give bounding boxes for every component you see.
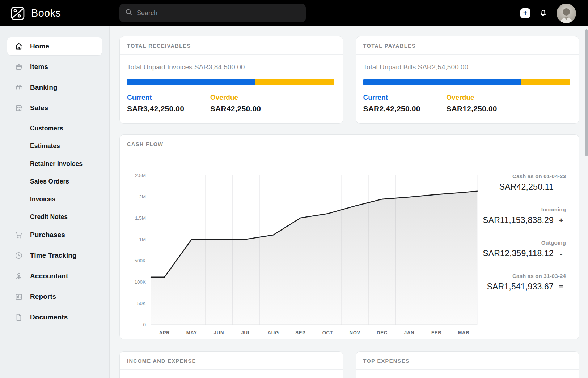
cashflow-summary-row: OutgoingSAR12,359,118.12- [479,240,566,258]
sidebar-item-accountant[interactable]: Accountant [7,267,102,285]
svg-text:MAR: MAR [458,330,469,335]
summary-operator: = [557,283,566,291]
svg-text:1M: 1M [139,237,146,242]
sidebar-subitem-credit-notes[interactable]: Credit Notes [7,208,102,226]
overdue-segment [255,79,334,85]
person-icon [14,272,23,280]
svg-text:SEP: SEP [295,330,305,335]
cashflow-summary-row: Cash as on 01-04-23SAR42,250.11 [479,173,566,192]
sidebar-item-home[interactable]: Home [7,37,102,55]
card-title: TOTAL RECEIVABLES [120,36,343,55]
svg-text:NOV: NOV [349,330,360,335]
sidebar-item-reports[interactable]: Reports [7,288,102,306]
svg-text:OCT: OCT [322,330,333,335]
sidebar-subitem-sales-orders[interactable]: Sales Orders [7,173,102,190]
sidebar-item-label: Time Tracking [30,252,77,259]
summary-value: SAR11,153,838.29 [483,215,554,225]
summary-label: Cash as on 01-04-23 [479,173,566,179]
sidebar-subitem-label: Retainer Invoices [30,160,83,168]
current-label: Current [363,94,447,102]
svg-text:2.5M: 2.5M [135,173,146,178]
top-bar: Books + [0,0,588,26]
sidebar-subitem-customers[interactable]: Customers [7,120,102,137]
overdue-segment [521,79,570,85]
sidebar-item-label: Purchases [30,231,65,239]
cash-flow-summary: Cash as on 01-04-23SAR42,250.11IncomingS… [479,153,579,338]
sidebar-item-label: Sales [30,104,48,112]
user-avatar[interactable] [557,4,576,23]
sidebar-item-label: Items [30,63,48,71]
quick-add-button[interactable]: + [520,8,530,18]
global-search[interactable] [119,4,306,22]
cashflow-summary-row: Cash as on 31-03-24SAR1,541,933.67= [479,273,566,292]
scrollbar[interactable] [585,29,588,375]
main-content: TOTAL RECEIVABLES Total Unpaid Invoices … [110,26,588,378]
sidebar-item-label: Documents [30,313,68,321]
storefront-icon [14,104,23,112]
sidebar-item-sales[interactable]: Sales [7,99,102,117]
sidebar-subitem-label: Estimates [30,142,60,150]
basket-icon [14,63,23,71]
app-title: Books [31,7,61,19]
card-title: TOP EXPENSES [356,352,579,370]
sidebar-item-label: Home [30,42,49,50]
svg-text:2M: 2M [139,194,146,199]
current-label: Current [127,94,210,102]
cart-icon [14,231,23,239]
bank-icon [14,83,23,92]
overdue-label: Overdue [210,94,261,102]
payables-progress-bar [363,79,571,85]
clock-icon [14,251,23,260]
bell-icon [538,8,548,19]
summary-value: SAR12,359,118.12 [483,249,554,258]
sidebar-item-label: Accountant [30,272,68,280]
unpaid-invoices-summary: Total Unpaid Invoices SAR3,84,500.00 [127,63,334,71]
total-receivables-card: TOTAL RECEIVABLES Total Unpaid Invoices … [119,36,343,124]
sidebar-subitem-label: Sales Orders [30,178,69,185]
sidebar-item-banking[interactable]: Banking [7,78,102,96]
sidebar-nav: HomeItemsBankingSalesCustomersEstimatesR… [0,37,109,326]
sidebar-item-label: Reports [30,293,56,301]
sidebar-item-purchases[interactable]: Purchases [7,226,102,244]
document-icon [14,313,23,322]
svg-text:50K: 50K [137,301,146,306]
notifications-button[interactable] [538,8,548,19]
current-segment [127,79,255,85]
overdue-value: SAR42,250.00 [210,104,261,113]
cashflow-summary-row: IncomingSAR11,153,838.29+ [479,206,566,225]
scrollbar-thumb[interactable] [585,29,588,156]
summary-operator: - [557,249,566,258]
svg-text:JUL: JUL [241,330,251,335]
overdue-label: Overdue [447,94,497,102]
card-title: INCOME AND EXPENSE [120,352,343,370]
svg-text:DEC: DEC [377,330,388,335]
sidebar-item-documents[interactable]: Documents [7,308,102,326]
svg-text:JAN: JAN [404,330,414,335]
home-icon [14,42,23,51]
sidebar-item-items[interactable]: Items [7,58,102,76]
summary-value: SAR42,250.11 [499,182,554,192]
sidebar-subitem-invoices[interactable]: Invoices [7,190,102,208]
sidebar-subitem-label: Credit Notes [30,213,68,221]
card-title: TOTAL PAYABLES [356,36,579,55]
cash-flow-card: CASH FLOW 050K100K500K1M1.5M2M2.5MAPRMAY… [119,134,579,339]
summary-label: Outgoing [479,240,566,246]
top-expenses-card: TOP EXPENSES [356,351,580,378]
svg-text:AUG: AUG [268,330,279,335]
card-title: CASH FLOW [120,135,579,153]
sidebar-subitem-label: Invoices [30,196,55,203]
app-logo[interactable]: Books [10,6,61,21]
sidebar-subitem-estimates[interactable]: Estimates [7,137,102,155]
search-input[interactable] [137,9,300,17]
summary-label: Cash as on 31-03-24 [479,273,566,279]
receivables-progress-bar [127,79,334,85]
income-and-expense-card: INCOME AND EXPENSE [119,351,343,378]
current-value: SAR3,42,250.00 [127,104,210,113]
summary-label: Incoming [479,206,566,212]
svg-text:MAY: MAY [186,330,197,335]
sidebar-item-time-tracking[interactable]: Time Tracking [7,246,102,265]
svg-text:FEB: FEB [431,330,441,335]
current-value: SAR2,42,250.00 [363,104,447,113]
books-logo-icon [10,6,25,21]
sidebar-subitem-retainer-invoices[interactable]: Retainer Invoices [7,155,102,173]
